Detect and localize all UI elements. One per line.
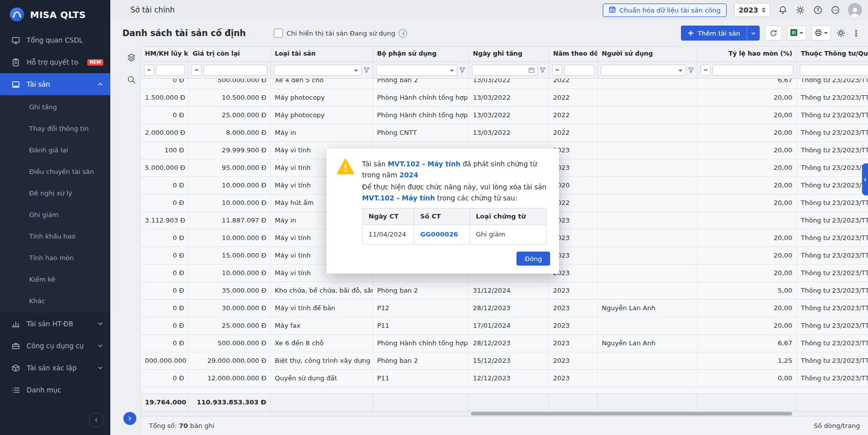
cell-date: 28/12/2023: [469, 335, 549, 352]
table-row[interactable]: 000.000.000 Đ29.000.000.000 ĐBiệt thự, c…: [141, 352, 868, 370]
sidebar-item-tai-san-ht-db[interactable]: Tài sản HT-ĐB: [0, 313, 110, 335]
submenu-item[interactable]: Ghi tăng: [0, 96, 110, 118]
sidebar-item-cong-cu-dung-cu[interactable]: Công cụ dụng cụ: [0, 335, 110, 357]
cell-user: [598, 265, 698, 282]
filter-input-hmkh[interactable]: [156, 65, 185, 76]
table-row[interactable]: 1.500.000 Đ10.500.000 ĐMáy photocopyPhòn…: [141, 89, 868, 107]
sidebar-item-tong-quan-csdl[interactable]: Tổng quan CSDL: [0, 29, 110, 51]
table-row[interactable]: 0 Đ30.000.000 ĐMáy vi tính để bànP1228/1…: [141, 300, 868, 317]
sidebar-item-tai-san-xac-lap[interactable]: Tài sản xác lập: [0, 357, 110, 379]
filter-select-loai-tai-san[interactable]: [274, 65, 362, 76]
table-row[interactable]: 0 Đ35.000.000 ĐKho chứa, bể chứa, bãi đỗ…: [141, 282, 868, 300]
column-header[interactable]: Ngày ghi tăng: [469, 47, 549, 61]
cell-circular: Thông tư 23/2023/TT-B: [797, 352, 868, 369]
funnel-filter-icon[interactable]: [540, 67, 546, 73]
year-selector[interactable]: 2023: [734, 3, 770, 17]
operator-selector[interactable]: =: [192, 65, 202, 76]
submenu-item[interactable]: Khác: [0, 290, 110, 312]
filter-input-gia-tri[interactable]: [204, 65, 267, 76]
filter-date-input[interactable]: [472, 65, 538, 76]
info-icon[interactable]: i: [399, 29, 407, 38]
submenu-item[interactable]: Kiểm kê: [0, 269, 110, 290]
right-panel-handle[interactable]: [862, 163, 868, 195]
column-header[interactable]: Thuộc Thông tư/Quyết: [797, 47, 868, 61]
checkbox-box[interactable]: [274, 29, 283, 38]
grid-settings-gear-icon[interactable]: [836, 28, 846, 38]
asset-code-link[interactable]: MVT.102 - Máy tính: [388, 160, 460, 168]
notification-bell-icon[interactable]: [778, 5, 788, 15]
expand-columns-button[interactable]: [123, 412, 136, 425]
sidebar-collapse-button[interactable]: [89, 413, 103, 427]
active-assets-filter-checkbox[interactable]: Chỉ hiển thị tài sản Đang sử dụng i: [274, 29, 407, 38]
column-header[interactable]: Bộ phận sử dụng: [373, 47, 469, 61]
more-options-icon[interactable]: [830, 5, 840, 15]
cell-dept: P11: [373, 317, 469, 334]
submenu-item[interactable]: Tính khấu hao: [0, 226, 110, 247]
print-button[interactable]: [811, 26, 831, 41]
operator-selector[interactable]: =: [701, 65, 711, 76]
filter-input-ty-le[interactable]: [713, 65, 793, 76]
sidebar-item-tai-san[interactable]: Tài sản: [0, 73, 110, 95]
cell-user: [598, 352, 698, 369]
app-logo[interactable]: MISA QLTS: [0, 0, 110, 29]
cell-rate: 5,00: [698, 282, 797, 299]
funnel-filter-icon[interactable]: [459, 67, 465, 73]
operator-selector[interactable]: =: [144, 65, 154, 76]
table-row[interactable]: 0 Đ500.000.000 ĐXe 6 đến 8 chỗPhòng Hành…: [141, 335, 868, 352]
close-dialog-button[interactable]: Đóng: [516, 252, 550, 266]
search-icon[interactable]: [127, 75, 136, 86]
normalize-icon: [609, 6, 616, 15]
submenu-item[interactable]: Đánh giá lại: [0, 139, 110, 161]
table-row[interactable]: 0 Đ500.000.000 ĐXe 4 đến 5 chỗPhòng ban …: [141, 79, 868, 89]
filter-input-nam[interactable]: [564, 65, 594, 76]
export-excel-button[interactable]: [787, 26, 806, 41]
help-icon[interactable]: ?: [813, 5, 823, 15]
column-header[interactable]: Năm theo dõi: [549, 47, 598, 61]
sidebar-item-danh-muc[interactable]: Danh mục: [0, 379, 110, 401]
normalize-data-button[interactable]: Chuẩn hóa dữ liệu tài sản công: [603, 4, 727, 17]
new-badge: NEW: [87, 59, 103, 66]
table-row[interactable]: 0 Đ25.000.000 ĐMáy faxP1117/01/202420232…: [141, 317, 868, 335]
sidebar-item-ho-tro-quyet-toan[interactable]: Hỗ trợ quyết toán NEW: [0, 51, 110, 73]
column-header[interactable]: Loại tài sản: [271, 47, 373, 61]
settings-gear-icon[interactable]: [795, 5, 805, 15]
funnel-filter-icon[interactable]: [364, 67, 370, 73]
submenu-item[interactable]: Ghi giảm: [0, 204, 110, 226]
asset-code-link[interactable]: MVT.102 - Máy tính: [362, 194, 435, 202]
table-row[interactable]: 0 Đ12.000.000.000 ĐQuyền sử dụng đấtP111…: [141, 370, 868, 387]
cell-hm: 3.112.903 Đ: [141, 212, 189, 229]
cell-type: Máy fax: [271, 317, 373, 334]
rows-per-page-label[interactable]: Số dòng/trang: [814, 422, 860, 429]
column-header[interactable]: Người sử dụng: [598, 47, 698, 61]
submenu-item[interactable]: Đề nghị xử lý: [0, 182, 110, 204]
funnel-filter-icon[interactable]: [688, 67, 694, 73]
layers-icon[interactable]: [127, 53, 136, 64]
voucher-number-link[interactable]: GG000026: [420, 231, 458, 238]
table-row[interactable]: 0 Đ25.000.000 ĐMáy photocopyPhòng Hành c…: [141, 107, 868, 124]
year-stepper-arrows[interactable]: [762, 8, 766, 13]
sidebar-nav: Tổng quan CSDL Hỗ trợ quyết toán NEW Tài…: [0, 29, 110, 401]
cell-type: Quyền sử dụng đất: [271, 370, 373, 387]
submenu-item[interactable]: Tính hao mòn: [0, 247, 110, 269]
scrollbar-thumb[interactable]: [471, 412, 792, 415]
filter-select-nguoi-su-dung[interactable]: [601, 65, 686, 76]
filter-select-bo-phan[interactable]: [376, 65, 457, 76]
submenu-item[interactable]: Điều chuyển tài sản: [0, 161, 110, 182]
refresh-button[interactable]: [765, 26, 782, 41]
cell-rate: [698, 212, 797, 229]
column-header[interactable]: Giá trị còn lại: [189, 47, 271, 61]
table-row[interactable]: 2.000.000 Đ8.000.000 ĐMáy inPhòng CNTT13…: [141, 124, 868, 142]
column-header[interactable]: Tỷ lệ hao mòn (%): [698, 47, 797, 61]
user-avatar[interactable]: [848, 3, 862, 17]
cell-user: [598, 370, 698, 387]
more-menu-icon[interactable]: ⋮: [851, 28, 861, 38]
submenu-item[interactable]: Thay đổi thông tin: [0, 118, 110, 139]
add-asset-button[interactable]: + Thêm tài sản: [681, 26, 747, 41]
filter-input-thong-tu[interactable]: [800, 65, 868, 76]
year-link[interactable]: 2024: [400, 171, 419, 179]
column-header[interactable]: HM/KH lũy kế: [141, 47, 189, 61]
calendar-icon[interactable]: [529, 67, 535, 73]
operator-selector[interactable]: =: [552, 65, 562, 76]
add-asset-dropdown[interactable]: [747, 26, 760, 41]
horizontal-scrollbar[interactable]: [141, 411, 868, 416]
